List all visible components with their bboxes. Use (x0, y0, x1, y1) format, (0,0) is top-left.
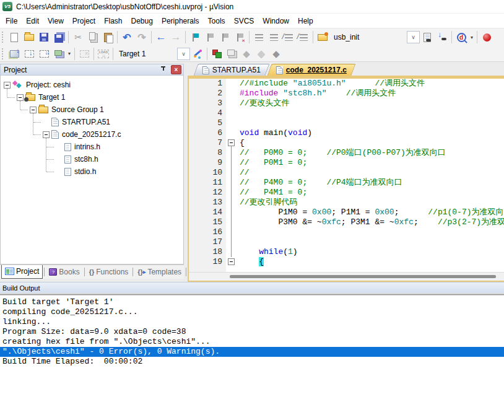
file-extensions-icon[interactable] (224, 47, 239, 61)
paste-icon[interactable] (100, 30, 115, 44)
fold-margin (226, 89, 237, 98)
fold-margin[interactable] (226, 237, 237, 247)
dropdown-caret-icon[interactable]: ▾ (66, 51, 72, 56)
fold-margin[interactable] (226, 247, 237, 257)
fold-margin[interactable] (226, 198, 237, 208)
fold-margin[interactable] (226, 208, 237, 217)
stop-build-icon[interactable] (77, 47, 92, 61)
find-in-files-icon[interactable] (420, 30, 435, 44)
tree-item-project-ceshi[interactable]: Project: ceshi (1, 79, 183, 91)
multi-project-icon[interactable] (239, 47, 254, 61)
uncomment-selection-icon[interactable] (296, 30, 311, 44)
fold-margin[interactable] (226, 217, 237, 227)
project-mesh-icon[interactable] (269, 47, 284, 61)
comment-selection-icon[interactable] (281, 30, 296, 44)
select-target-dropdown-icon[interactable]: ∨ (177, 48, 190, 60)
manage-components-icon[interactable] (209, 47, 224, 61)
fold-margin[interactable] (226, 178, 237, 188)
fold-margin[interactable] (226, 257, 237, 267)
document-tab-startup-a51[interactable]: STARTUP.A51 (194, 64, 270, 76)
navigate-back-icon[interactable] (154, 30, 168, 44)
project-items-icon[interactable] (254, 47, 269, 61)
dropdown-caret-icon[interactable]: ▾ (469, 35, 475, 40)
fold-margin[interactable] (226, 148, 237, 158)
menu-item-help[interactable]: Help (293, 14, 318, 28)
start-stop-debug-icon[interactable]: d (454, 30, 469, 44)
indent-icon[interactable] (266, 30, 281, 44)
tree-item-intrins-h[interactable]: intrins.h (1, 141, 183, 153)
translate-icon[interactable] (7, 47, 22, 61)
open-file-icon[interactable] (22, 30, 37, 44)
scrollbar-thumb[interactable] (230, 275, 496, 278)
tree-item-stc8h-h[interactable]: stc8h.h (1, 153, 183, 165)
fold-margin[interactable] (226, 227, 237, 237)
toolbar-grip[interactable] (2, 48, 6, 59)
undo-icon[interactable] (119, 30, 134, 44)
select-target-combo[interactable]: Target 1∨ (115, 47, 190, 60)
menu-item-view[interactable]: View (43, 14, 68, 28)
menu-item-edit[interactable]: Edit (22, 14, 43, 28)
expander-minus-icon[interactable] (17, 94, 24, 101)
save-icon[interactable] (37, 30, 51, 44)
menu-item-project[interactable]: Project (68, 14, 100, 28)
redo-icon[interactable] (134, 30, 149, 44)
code-editor[interactable]: 1//#include "ai8051u.h" //调用头文件2#include… (188, 77, 504, 282)
pin-icon[interactable] (159, 65, 168, 74)
fold-margin[interactable] (226, 168, 237, 178)
panel-tab-templates[interactable]: {}Templates (134, 266, 185, 279)
target-options-icon[interactable] (190, 47, 205, 61)
tree-item-source-group-1[interactable]: Source Group 1 (1, 103, 183, 116)
unindent-icon[interactable] (251, 30, 266, 44)
tree-item-startup-a51[interactable]: STARTUP.A51 (1, 116, 183, 128)
incremental-find-icon[interactable] (435, 30, 450, 44)
build-output[interactable]: Build target 'Target 1'compiling code_20… (0, 295, 504, 420)
previous-bookmark-icon[interactable] (217, 30, 232, 44)
horizontal-scrollbar[interactable] (189, 272, 504, 281)
panel-tab-project[interactable]: Project (1, 265, 43, 279)
insert-remove-breakpoint-icon[interactable] (479, 30, 494, 44)
line-number: 4 (189, 108, 226, 118)
clear-bookmarks-icon[interactable]: × (232, 30, 247, 44)
navigate-forward-icon[interactable] (168, 30, 183, 44)
menu-item-file[interactable]: File (1, 14, 22, 28)
panel-tab-functions[interactable]: {}Functions (86, 266, 132, 279)
menu-item-window[interactable]: Window (258, 14, 293, 28)
menu-item-debug[interactable]: Debug (127, 14, 157, 28)
copy-icon[interactable] (85, 30, 100, 44)
menu-item-peripherals[interactable]: Peripherals (157, 14, 204, 28)
panel-tab-label: Templates (147, 268, 181, 276)
find-text-combo[interactable]: usb_init∨ (330, 31, 420, 44)
batch-build-icon[interactable] (51, 47, 66, 61)
build-icon[interactable] (22, 47, 37, 61)
menu-item-tools[interactable]: Tools (204, 14, 230, 28)
tree-item-target-1[interactable]: Target 1 (1, 91, 183, 103)
fold-margin[interactable] (226, 188, 237, 198)
expander-minus-icon[interactable] (30, 107, 37, 113)
fold-margin[interactable] (226, 138, 237, 148)
new-file-icon[interactable] (7, 30, 22, 44)
next-bookmark-icon[interactable] (202, 30, 217, 44)
document-tab-code-20251217-c[interactable]: code_20251217.c (267, 64, 356, 76)
cut-icon[interactable] (71, 30, 85, 44)
browse-symbols-icon[interactable] (315, 30, 330, 44)
panel-tab-books[interactable]: Books (46, 266, 82, 279)
menu-item-flash[interactable]: Flash (100, 14, 126, 28)
menu-item-svcs[interactable]: SVCS (230, 14, 259, 28)
save-all-icon[interactable] (51, 30, 66, 44)
tree-item-stdio-h[interactable]: stdio.h (1, 165, 183, 178)
fold-collapse-icon[interactable] (228, 258, 235, 265)
expander-minus-icon[interactable] (4, 82, 11, 89)
toggle-bookmark-icon[interactable] (188, 30, 202, 44)
download-to-flash-icon[interactable] (96, 47, 111, 61)
line-number: 14 (189, 208, 226, 217)
close-icon[interactable] (171, 65, 181, 74)
toolbar-grip[interactable] (2, 32, 6, 43)
expander-minus-icon[interactable] (43, 131, 50, 138)
fold-margin[interactable] (226, 158, 237, 168)
rebuild-icon[interactable] (37, 47, 51, 61)
tree-item-code-20251217-c[interactable]: code_20251217.c (1, 128, 183, 141)
find-text-dropdown-icon[interactable]: ∨ (407, 31, 420, 43)
code-text (237, 227, 504, 237)
book-icon (49, 268, 57, 276)
fold-collapse-icon[interactable] (228, 139, 235, 146)
